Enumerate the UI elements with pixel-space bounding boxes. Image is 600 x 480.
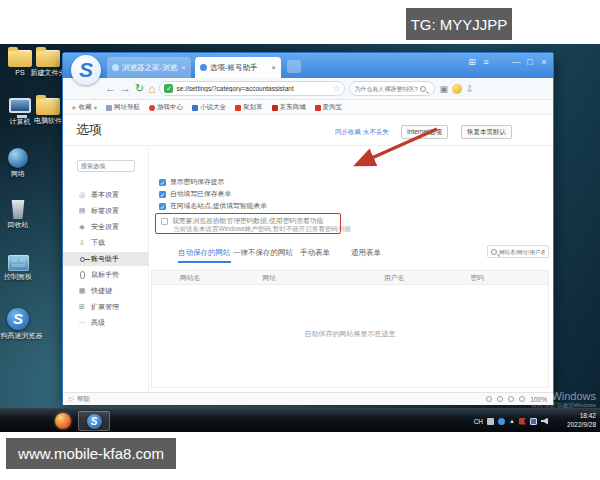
minimize-button[interactable]: — — [509, 57, 523, 67]
desktop-icon-label: 搜狗高速浏览器 — [0, 332, 44, 340]
action-center-flag-icon[interactable] — [519, 418, 526, 425]
restore-defaults-button[interactable]: 恢复本页默认 — [461, 125, 512, 139]
desktop-icon-network[interactable]: 网络 — [0, 148, 44, 178]
folder-icon — [36, 98, 60, 115]
sidebar-item-tabs[interactable]: ▤标签设置 — [63, 204, 149, 218]
option-show-save-prompt[interactable]: ✓ 显示密码保存提示 — [159, 177, 224, 187]
status-icon-2[interactable] — [497, 396, 503, 402]
sidebar-item-account-assistant[interactable]: 账号助手 — [63, 252, 149, 266]
col-url: 网址 — [262, 273, 276, 283]
checkbox-checked-icon[interactable]: ✓ — [159, 191, 166, 198]
screenshot-root: TG: MYYJJPP PS 新建文件夹 计算机 电脑软件 网络 回收站 — [0, 0, 600, 480]
checkbox-unchecked-icon[interactable] — [161, 218, 168, 225]
mouse-icon — [78, 271, 86, 280]
recycle-bin-icon — [11, 200, 26, 219]
sogou-browser-icon: S — [87, 414, 102, 429]
sync-link[interactable]: 同步收藏 永不丢失 — [335, 128, 389, 137]
search-icon — [491, 249, 497, 255]
tray-icon-2[interactable] — [498, 418, 505, 425]
tab-manual-forms[interactable]: 手动表单 — [300, 248, 330, 258]
sidebar-item-advanced[interactable]: ⋯高级 — [63, 316, 149, 330]
play-icon[interactable]: ▷ — [69, 395, 74, 403]
keyboard-icon: ▦ — [78, 287, 86, 295]
rewards-coin-icon[interactable] — [452, 84, 462, 94]
sogou-logo: S — [71, 55, 101, 85]
desktop-icon-control-panel[interactable]: 控制面板 — [0, 255, 44, 281]
tray-icon-1[interactable] — [487, 418, 494, 425]
sidebar-item-shortcuts[interactable]: ▦快捷键 — [63, 284, 149, 298]
bookmark-nav[interactable]: 网址导航 — [106, 103, 140, 112]
internet-options-button[interactable]: Internet选项 — [401, 125, 448, 139]
search-icon[interactable] — [420, 86, 426, 92]
site-nav-icon — [106, 105, 112, 111]
tab-auto-saved-sites[interactable]: 自动保存的网站 — [178, 248, 231, 263]
sidebar-item-security[interactable]: ◈安全设置 — [63, 220, 149, 234]
browser-toolbar: ← → ↻ ⌂ ✓ se://settings/?category=accoun… — [63, 78, 553, 100]
new-tab-button[interactable] — [287, 60, 301, 73]
tab-close-icon[interactable]: × — [181, 63, 186, 72]
sidebar-search-input[interactable] — [77, 160, 135, 172]
back-icon[interactable]: ← — [105, 83, 116, 94]
desktop-icon-label: 回收站 — [0, 221, 44, 229]
start-button[interactable] — [55, 413, 71, 429]
tab-close-icon[interactable]: × — [271, 63, 276, 72]
hidden-icons-arrow[interactable]: ▲ — [509, 418, 515, 424]
sidebar-item-extensions[interactable]: ⊞扩展管理 — [63, 300, 149, 314]
bookmark-taobao[interactable]: 爱淘宝 — [315, 103, 343, 112]
col-username: 用户名 — [384, 273, 404, 283]
home-icon[interactable]: ⌂ — [148, 83, 155, 95]
browser-tab-1[interactable]: 浏览器之家-浏览器下载 × — [107, 57, 191, 78]
checkbox-checked-icon[interactable]: ✓ — [159, 179, 166, 186]
status-icon-4[interactable] — [519, 396, 525, 402]
network-monitor-icon[interactable] — [530, 418, 537, 425]
browser-titlebar[interactable]: 浏览器之家-浏览器下载 × 选项-账号助手 × ⊞ ≡ — □ × — [63, 53, 553, 78]
sidebar-item-basic[interactable]: ◎基本设置 — [63, 188, 149, 202]
browser-tab-2-active[interactable]: 选项-账号助手 × — [195, 57, 281, 78]
speaker-icon[interactable] — [541, 418, 548, 425]
bookmark-novels[interactable]: 小说大全 — [192, 103, 226, 112]
desktop-icon-sogou-browser[interactable]: S 搜狗高速浏览器 — [0, 308, 44, 340]
sidebar-item-download[interactable]: ⇩下载 — [63, 236, 149, 250]
status-icon-3[interactable] — [508, 396, 514, 402]
tab-general-forms[interactable]: 通用表单 — [351, 248, 381, 258]
taskbar-clock[interactable]: 18:42 2022/9/28 — [567, 412, 596, 429]
tab-never-saved-sites[interactable]: 一律不保存的网站 — [233, 248, 293, 258]
site-search-input[interactable] — [499, 249, 545, 255]
help-label[interactable]: 帮助 — [77, 395, 90, 404]
download-icon[interactable]: ⇩ — [466, 84, 474, 94]
bookmark-juhuasuan[interactable]: 聚划算 — [235, 103, 263, 112]
col-site-name: 网站名 — [180, 273, 200, 283]
address-bar[interactable]: ✓ se://settings/?category=accountassista… — [159, 81, 345, 96]
sidebar-item-mouse-gesture[interactable]: 鼠标手势 — [63, 268, 149, 282]
compatibility-icon[interactable]: ▣ — [439, 84, 448, 94]
juhuasuan-icon — [235, 105, 241, 111]
toolbar-search-input[interactable] — [354, 86, 418, 92]
bookmarks-bar: ★收藏▾ 网址导航 游戏中心 小说大全 聚划算 京东商城 爱淘宝 — [63, 101, 553, 115]
site-search-box[interactable] — [487, 245, 549, 258]
input-language-indicator[interactable]: CH — [474, 418, 483, 425]
maximize-button[interactable]: □ — [523, 57, 537, 67]
bookmark-favorites[interactable]: ★收藏▾ — [71, 103, 97, 112]
empty-state-text: 自动保存的网站将显示在这里 — [152, 329, 548, 339]
taskbar: S CH ▲ 18:42 2022/9/28 — [0, 408, 600, 432]
close-button[interactable]: × — [537, 57, 551, 67]
option-smart-forms[interactable]: ✓ 在同域名站点,提供填写智能表单 — [159, 201, 267, 211]
taskbar-sogou-browser[interactable]: S — [78, 411, 110, 431]
toolbar-search-box[interactable] — [349, 81, 435, 96]
novel-icon — [192, 105, 198, 111]
menu-icon[interactable]: ≡ — [479, 57, 493, 67]
col-password: 密码 — [470, 273, 484, 283]
zoom-level[interactable]: 100% — [530, 396, 547, 403]
status-icon-1[interactable] — [486, 396, 492, 402]
reload-icon[interactable]: ↻ — [135, 83, 144, 94]
checkbox-checked-icon[interactable]: ✓ — [159, 203, 166, 210]
desktop-icon-recycle-bin[interactable]: 回收站 — [0, 200, 44, 229]
bookmark-star-icon[interactable]: ☆ — [333, 84, 340, 93]
bookmark-game-center[interactable]: 游戏中心 — [149, 103, 183, 112]
layout-icon[interactable]: ⊞ — [465, 57, 479, 67]
forward-icon[interactable]: → — [120, 83, 131, 94]
option-autofill-saved-forms[interactable]: ✓ 自动填写已保存表单 — [159, 189, 231, 199]
bookmark-jd[interactable]: 京东商城 — [272, 103, 306, 112]
site-watermark-badge: www.mobile-kfa8.com — [6, 438, 176, 469]
system-tray: CH ▲ — [474, 409, 548, 432]
